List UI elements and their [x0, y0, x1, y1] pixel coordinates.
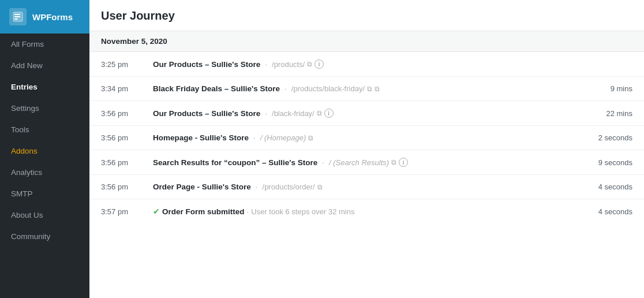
journey-time: 3:57 pm: [101, 207, 153, 216]
journey-row: 3:56 pmOrder Page - Sullie's Store·/prod…: [89, 175, 644, 199]
page-title-text: Our Products – Sullie's Store: [153, 60, 260, 69]
journey-time: 3:56 pm: [101, 182, 153, 191]
sidebar-item-settings[interactable]: Settings: [0, 98, 89, 119]
journey-duration: 4 seconds: [581, 207, 632, 216]
svg-rect-3: [14, 18, 18, 20]
journey-duration: 2 seconds: [581, 133, 632, 142]
journey-content: Order Page - Sullie's Store·/products/or…: [153, 182, 581, 191]
page-title-text: Black Friday Deals – Sullie's Store: [153, 84, 280, 93]
content-line-2: ⧉: [375, 85, 380, 93]
journey-duration: 4 seconds: [581, 182, 632, 191]
journey-duration: 22 mins: [581, 109, 632, 118]
journey-content: Our Products – Sullie's Store·/black-fri…: [153, 109, 581, 118]
journey-content: Search Results for “coupon” – Sullie's S…: [153, 158, 581, 167]
page-title-text: Homepage - Sullie's Store: [153, 133, 249, 142]
external-link-icon-2[interactable]: ⧉: [375, 85, 380, 93]
check-icon: ✔: [153, 207, 160, 216]
sidebar-logo[interactable]: WPForms: [0, 0, 89, 33]
dot-separator: ·: [284, 84, 287, 93]
journey-time: 3:25 pm: [101, 60, 153, 69]
page-url: / (Search Results): [329, 158, 389, 167]
journey-table: 3:25 pmOur Products – Sullie's Store·/pr…: [89, 52, 644, 298]
page-title-text: Order Page - Sullie's Store: [153, 182, 251, 191]
info-icon[interactable]: i: [314, 59, 324, 69]
dot-separator: ·: [265, 109, 267, 118]
journey-content: Black Friday Deals – Sullie's Store·/pro…: [153, 84, 581, 93]
content-line-1: Black Friday Deals – Sullie's Store·/pro…: [153, 84, 372, 93]
external-link-icon[interactable]: ⧉: [308, 134, 313, 142]
submitted-label: Order Form submitted: [162, 207, 245, 216]
page-title-text: Our Products – Sullie's Store: [153, 109, 260, 118]
date-section: November 5, 2020: [89, 31, 644, 52]
sidebar-item-all-forms[interactable]: All Forms: [0, 33, 89, 55]
dot-separator: ·: [253, 133, 256, 142]
external-link-icon[interactable]: ⧉: [391, 158, 396, 166]
svg-rect-1: [14, 14, 20, 15]
page-url: / (Homepage): [260, 133, 306, 142]
journey-time: 3:56 pm: [101, 133, 153, 142]
sidebar-item-about-us[interactable]: About Us: [0, 204, 89, 226]
content-line: Search Results for “coupon” – Sullie's S…: [153, 158, 408, 167]
dot-separator: ·: [256, 182, 258, 191]
page-url: /products/black-friday/: [291, 84, 365, 93]
info-icon[interactable]: i: [324, 109, 334, 118]
journey-row: 3:56 pmHomepage - Sullie's Store·/ (Home…: [89, 126, 644, 150]
page-title-text: Search Results for “coupon” – Sullie's S…: [153, 158, 317, 167]
journey-duration: 9 seconds: [581, 158, 632, 167]
dot-separator: ·: [247, 207, 249, 216]
wpforms-logo-icon: [9, 8, 27, 25]
page-url: /products/: [272, 60, 305, 69]
journey-duration: 9 mins: [581, 84, 632, 93]
content-line: Our Products – Sullie's Store·/black-fri…: [153, 109, 334, 118]
external-link-icon[interactable]: ⧉: [307, 60, 312, 68]
external-link-icon[interactable]: ⧉: [317, 109, 322, 117]
sidebar-item-entries[interactable]: Entries: [0, 76, 89, 98]
content-line: Order Page - Sullie's Store·/products/or…: [153, 182, 323, 191]
submitted-line: ✔Order Form submitted·User took 6 steps …: [153, 207, 354, 216]
sidebar: WPForms All FormsAdd NewEntriesSettingsT…: [0, 0, 89, 298]
external-link-icon[interactable]: ⧉: [367, 85, 372, 93]
dot-separator: ·: [322, 158, 324, 167]
journey-row: 3:34 pmBlack Friday Deals – Sullie's Sto…: [89, 77, 644, 101]
dot-separator: ·: [265, 60, 267, 69]
external-link-icon[interactable]: ⧉: [317, 183, 323, 191]
journey-time: 3:34 pm: [101, 84, 153, 93]
submitted-note: User took 6 steps over 32 mins: [251, 207, 354, 216]
sidebar-item-tools[interactable]: Tools: [0, 119, 89, 140]
sidebar-logo-label: WPForms: [32, 12, 73, 22]
journey-content: Homepage - Sullie's Store·/ (Homepage) ⧉: [153, 133, 581, 142]
info-icon[interactable]: i: [399, 158, 408, 167]
content-line: Homepage - Sullie's Store·/ (Homepage) ⧉: [153, 133, 313, 142]
content-line: Our Products – Sullie's Store·/products/…: [153, 59, 324, 69]
sidebar-item-add-new[interactable]: Add New: [0, 55, 89, 76]
page-header: User Journey: [89, 0, 644, 31]
main-content: User Journey November 5, 2020 3:25 pmOur…: [89, 0, 644, 298]
page-url: /products/order/: [263, 182, 315, 191]
svg-rect-2: [14, 16, 20, 17]
journey-row: 3:56 pmOur Products – Sullie's Store·/bl…: [89, 101, 644, 126]
journey-time: 3:56 pm: [101, 109, 153, 118]
sidebar-item-community[interactable]: Community: [0, 226, 89, 247]
journey-row: 3:25 pmOur Products – Sullie's Store·/pr…: [89, 52, 644, 77]
journey-content: Our Products – Sullie's Store·/products/…: [153, 59, 581, 69]
sidebar-item-addons[interactable]: Addons: [0, 140, 89, 162]
sidebar-item-smtp[interactable]: SMTP: [0, 183, 89, 204]
page-title: User Journey: [101, 9, 632, 23]
journey-row: 3:57 pm✔Order Form submitted·User took 6…: [89, 199, 644, 224]
journey-row: 3:56 pmSearch Results for “coupon” – Sul…: [89, 150, 644, 175]
journey-content: ✔Order Form submitted·User took 6 steps …: [153, 207, 581, 216]
page-url: /black-friday/: [272, 109, 314, 118]
sidebar-item-analytics[interactable]: Analytics: [0, 162, 89, 183]
journey-time: 3:56 pm: [101, 158, 153, 167]
